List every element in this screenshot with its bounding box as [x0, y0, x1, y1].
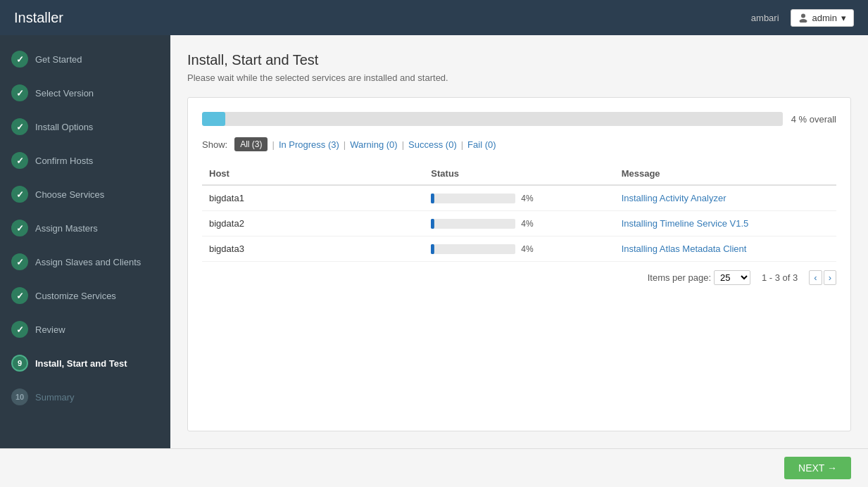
- prev-page-button[interactable]: ‹: [809, 270, 822, 285]
- items-per-page-label: Items per page:: [648, 272, 711, 283]
- row-progress-bar: [431, 219, 515, 229]
- show-label: Show:: [202, 139, 227, 150]
- row-pct-label: 4%: [521, 219, 533, 229]
- admin-dropdown[interactable]: admin ▾: [791, 9, 854, 27]
- sidebar-item-label: Assign Slaves and Clients: [35, 257, 141, 267]
- overall-progress-fill: [202, 112, 225, 126]
- row-progress-bar: [431, 194, 515, 203]
- message-cell: Installing Timeline Service V1.5: [615, 211, 836, 236]
- chevron-down-icon: ▾: [841, 13, 846, 23]
- row-progress-wrap: 4%: [431, 244, 607, 254]
- items-per-page: Items per page: 25 50 100: [648, 270, 750, 285]
- filter-bar: Show: All (3) | In Progress (3) | Warnin…: [202, 137, 836, 151]
- message-cell: Installing Activity Analyzer: [615, 185, 836, 211]
- pagination-range: 1 - 3 of 3: [762, 272, 798, 283]
- svg-point-1: [799, 19, 807, 23]
- table-row: bigdata3 4% Installing Atlas Metadata Cl…: [202, 236, 836, 262]
- row-progress-marker: [431, 194, 434, 203]
- sidebar-item-label: Assign Masters: [35, 223, 98, 234]
- step-11-circle: 10: [11, 388, 28, 405]
- sidebar-item-customize-services[interactable]: Customize Services: [0, 279, 170, 312]
- per-page-select[interactable]: 25 50 100: [714, 270, 750, 285]
- app-title: Installer: [14, 10, 63, 26]
- sidebar-item-assign-slaves[interactable]: Assign Slaves and Clients: [0, 245, 170, 279]
- admin-label: admin: [812, 13, 837, 23]
- svg-point-0: [801, 14, 805, 18]
- step-5-circle: [11, 186, 28, 203]
- hosts-table: Host Status Message bigdata1 4% Installi…: [202, 163, 836, 262]
- header-right: ambari admin ▾: [751, 9, 854, 27]
- status-cell: 4%: [424, 185, 614, 211]
- ambari-label: ambari: [751, 13, 779, 23]
- sidebar-item-label: Install, Start and Test: [35, 358, 127, 369]
- sidebar-item-choose-services[interactable]: Choose Services: [0, 177, 170, 211]
- main-layout: Get Started Select Version Install Optio…: [0, 35, 868, 448]
- content-area: Install, Start and Test Please wait whil…: [170, 35, 868, 448]
- step-3-circle: [11, 118, 28, 135]
- row-progress-bar: [431, 244, 515, 254]
- sidebar-item-install-start-test[interactable]: 9 Install, Start and Test: [0, 346, 170, 380]
- sidebar-item-label: Summary: [35, 392, 75, 403]
- overall-progress-label: 4 % overall: [791, 114, 836, 125]
- footer: NEXT →: [0, 448, 868, 487]
- filter-in-progress-link[interactable]: In Progress (3): [279, 139, 339, 150]
- step-4-circle: [11, 152, 28, 169]
- table-header-row: Host Status Message: [202, 163, 836, 185]
- sidebar-item-summary[interactable]: 10 Summary: [0, 380, 170, 414]
- message-cell: Installing Atlas Metadata Client: [615, 236, 836, 262]
- sidebar-item-get-started[interactable]: Get Started: [0, 42, 170, 76]
- sidebar: Get Started Select Version Install Optio…: [0, 35, 170, 448]
- step-7-circle: [11, 253, 28, 270]
- row-pct-label: 4%: [521, 194, 533, 203]
- step-1-circle: [11, 51, 28, 68]
- host-cell: bigdata3: [202, 236, 424, 262]
- row-progress-marker: [431, 244, 434, 254]
- step-6-circle: [11, 220, 28, 236]
- col-status-header: Status: [424, 163, 614, 185]
- sidebar-item-label: Install Options: [35, 122, 93, 132]
- col-host-header: Host: [202, 163, 424, 185]
- sidebar-item-label: Choose Services: [35, 189, 104, 200]
- sidebar-item-label: Get Started: [35, 54, 82, 65]
- page-title: Install, Start and Test: [187, 52, 851, 68]
- user-icon: [798, 13, 808, 23]
- host-cell: bigdata1: [202, 185, 424, 211]
- row-pct-label: 4%: [521, 244, 533, 254]
- status-cell: 4%: [424, 236, 614, 262]
- table-row: bigdata2 4% Installing Timeline Service …: [202, 211, 836, 236]
- status-cell: 4%: [424, 211, 614, 236]
- overall-progress-area: 4 % overall: [202, 112, 836, 126]
- filter-warning-link[interactable]: Warning (0): [350, 139, 397, 150]
- sidebar-item-label: Review: [35, 324, 65, 335]
- filter-fail-link[interactable]: Fail (0): [467, 139, 496, 150]
- next-button[interactable]: NEXT →: [784, 457, 851, 479]
- sidebar-item-confirm-hosts[interactable]: Confirm Hosts: [0, 144, 170, 177]
- message-link[interactable]: Installing Atlas Metadata Client: [622, 244, 747, 254]
- next-page-button[interactable]: ›: [824, 270, 836, 285]
- sidebar-item-label: Select Version: [35, 88, 94, 99]
- step-9-circle: [11, 321, 28, 338]
- sidebar-item-assign-masters[interactable]: Assign Masters: [0, 211, 170, 245]
- header: Installer ambari admin ▾: [0, 0, 868, 35]
- overall-progress-bar: [202, 112, 783, 126]
- step-8-circle: [11, 287, 28, 304]
- message-link[interactable]: Installing Timeline Service V1.5: [622, 218, 749, 229]
- main-card: 4 % overall Show: All (3) | In Progress …: [187, 97, 851, 431]
- filter-success-link[interactable]: Success (0): [408, 139, 457, 150]
- sidebar-item-label: Confirm Hosts: [35, 156, 93, 166]
- sidebar-item-install-options[interactable]: Install Options: [0, 110, 170, 144]
- step-2-circle: [11, 84, 28, 101]
- message-link[interactable]: Installing Activity Analyzer: [622, 193, 727, 203]
- row-progress-wrap: 4%: [431, 219, 607, 229]
- pagination-nav: ‹ ›: [809, 270, 836, 285]
- sidebar-item-review[interactable]: Review: [0, 312, 170, 346]
- pagination-row: Items per page: 25 50 100 1 - 3 of 3 ‹ ›: [202, 262, 836, 285]
- sidebar-item-select-version[interactable]: Select Version: [0, 76, 170, 110]
- host-cell: bigdata2: [202, 211, 424, 236]
- filter-all-button[interactable]: All (3): [234, 137, 268, 151]
- table-row: bigdata1 4% Installing Activity Analyzer: [202, 185, 836, 211]
- sidebar-item-label: Customize Services: [35, 291, 116, 301]
- page-subtitle: Please wait while the selected services …: [187, 72, 851, 83]
- row-progress-marker: [431, 219, 434, 229]
- col-message-header: Message: [615, 163, 836, 185]
